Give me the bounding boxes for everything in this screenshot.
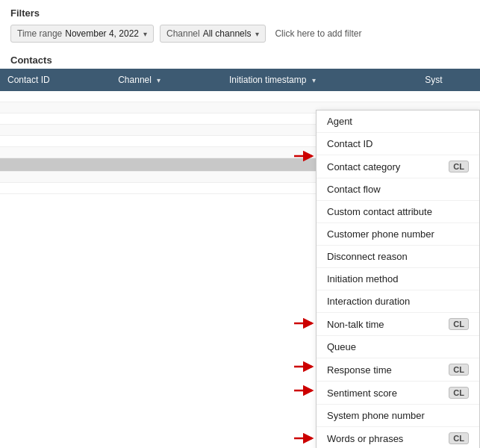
contacts-title: Contacts [10,55,470,66]
table-dropdown-wrapper: Contact ID Channel ▾ Initiation timestam… [0,69,480,448]
col-initiation-timestamp[interactable]: Initiation timestamp ▾ [222,69,417,91]
dropdown-item-label: Disconnect reason [327,251,408,262]
cell-channel [110,91,222,102]
dropdown-item-label: Non-talk time [327,319,384,330]
dropdown-item-label: Words or phrases [327,433,403,444]
dropdown-item-words-or-phrases[interactable]: Words or phrasesCL [317,427,479,448]
cell-contact-id [0,113,110,125]
cell-channel [110,172,222,183]
dropdown-item-initiation-method[interactable]: Initiation method [317,268,479,290]
dropdown-item-interaction-duration[interactable]: Interaction duration [317,290,479,313]
dropdown-item-label: Customer phone number [327,228,434,240]
dropdown-item-custom-contact-attribute[interactable]: Custom contact attribute [317,201,479,223]
dropdown-item-queue[interactable]: Queue [317,336,479,358]
cell-channel [110,125,222,136]
cell-contact-id [0,172,110,183]
time-range-arrow-icon: ▾ [143,30,147,38]
dropdown-item-label: Agent [327,116,352,127]
col-channel[interactable]: Channel ▾ [110,69,222,91]
dropdown-item-sentiment-score[interactable]: Sentiment scoreCL [317,382,479,405]
table-row [0,91,480,102]
filters-title: Filters [10,7,470,19]
dropdown-item-contact-flow[interactable]: Contact flow [317,178,479,201]
dropdown-item-label: Contact ID [327,138,373,149]
dropdown-item-non-talk-time[interactable]: Non-talk timeCL [317,313,479,336]
dropdown-item-label: System phone number [327,410,425,421]
dropdown-item-label: Contact flow [327,184,381,195]
dropdown-item-label: Custom contact attribute [327,206,432,217]
cell-contact-id [0,147,110,158]
arrow-words-or-phrases [294,432,317,445]
cell-channel [110,147,222,158]
channel-label: Channel [166,28,200,39]
channel-value: All channels [203,28,252,39]
cell-channel [110,113,222,125]
cell-contact-id [0,91,110,102]
cell-system [417,91,480,102]
dropdown-item-contact-id[interactable]: Contact ID [317,133,479,155]
dropdown-item-response-time[interactable]: Response timeCL [317,358,479,382]
contacts-section: Contacts [0,47,480,69]
arrow-response-time [294,360,317,373]
cell-channel [110,136,222,147]
dropdown-item-label: Interaction duration [327,296,410,307]
cl-badge: CL [449,318,469,330]
add-filter-link[interactable]: Click here to add filter [275,28,361,39]
dropdown-item-customer-phone-number[interactable]: Customer phone number [317,223,479,246]
dropdown-item-label: Sentiment score [327,388,397,399]
dropdown-item-system-phone-number[interactable]: System phone number [317,405,479,427]
cl-badge: CL [449,364,469,376]
cell-contact-id [0,183,110,194]
cl-badge: CL [449,161,469,172]
table-header-row: Contact ID Channel ▾ Initiation timestam… [0,69,480,91]
dropdown-item-label: Initiation method [327,273,398,284]
cell-channel [110,102,222,113]
col-system[interactable]: Syst [417,69,480,91]
channel-arrow-icon: ▾ [255,30,259,38]
dropdown-item-contact-category[interactable]: Contact categoryCL [317,155,479,178]
dropdown-item-label: Contact category [327,161,400,172]
timestamp-col-arrow-icon: ▾ [312,76,316,84]
filters-row: Time range November 4, 2022 ▾ Channel Al… [10,25,470,43]
cell-contact-id [0,102,110,113]
cell-contact-id [0,125,110,136]
dropdown-item-label: Queue [327,341,356,352]
cell-contact-id [0,136,110,147]
channel-col-arrow-icon: ▾ [157,76,160,84]
time-range-value: November 4, 2022 [65,28,139,39]
dropdown-item-agent[interactable]: Agent [317,111,479,133]
col-contact-id[interactable]: Contact ID [0,69,110,91]
filters-section: Filters Time range November 4, 2022 ▾ Ch… [0,0,480,47]
cell-channel [110,183,222,194]
main-container: Filters Time range November 4, 2022 ▾ Ch… [0,0,480,448]
cl-badge: CL [449,387,469,399]
cell-timestamp [222,91,417,102]
channel-filter[interactable]: Channel All channels ▾ [160,25,266,43]
arrow-sentiment-score [294,384,317,397]
time-range-filter[interactable]: Time range November 4, 2022 ▾ [10,25,154,43]
dropdown-item-disconnect-reason[interactable]: Disconnect reason [317,246,479,268]
cl-badge: CL [449,432,469,444]
filter-dropdown: AgentContact IDContact categoryCLContact… [316,110,480,448]
arrow-non-talk-time [294,317,317,330]
arrow-contact-category [294,149,317,163]
dropdown-item-label: Response time [327,364,392,376]
time-range-label: Time range [17,28,62,39]
